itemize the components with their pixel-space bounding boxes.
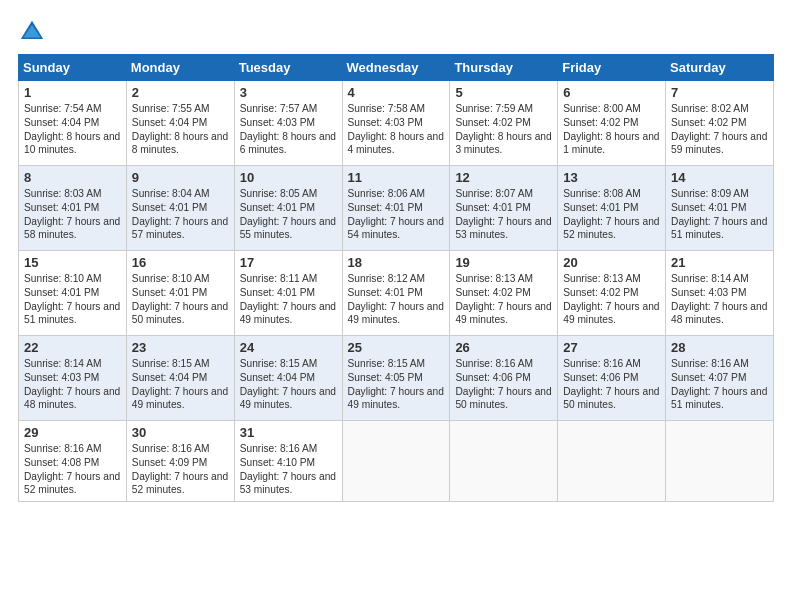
- cell-text: Sunrise: 8:16 AM Sunset: 4:09 PM Dayligh…: [132, 442, 229, 497]
- cell-text: Sunrise: 8:16 AM Sunset: 4:10 PM Dayligh…: [240, 442, 337, 497]
- day-number: 12: [455, 170, 552, 185]
- cell-text: Sunrise: 8:10 AM Sunset: 4:01 PM Dayligh…: [24, 272, 121, 327]
- calendar-cell: 3Sunrise: 7:57 AM Sunset: 4:03 PM Daylig…: [234, 81, 342, 166]
- col-header-saturday: Saturday: [666, 55, 774, 81]
- calendar-cell: 23Sunrise: 8:15 AM Sunset: 4:04 PM Dayli…: [126, 336, 234, 421]
- day-number: 18: [348, 255, 445, 270]
- calendar-cell: [558, 421, 666, 502]
- day-number: 29: [24, 425, 121, 440]
- day-number: 3: [240, 85, 337, 100]
- calendar-cell: [450, 421, 558, 502]
- calendar-cell: 2Sunrise: 7:55 AM Sunset: 4:04 PM Daylig…: [126, 81, 234, 166]
- page-container: SundayMondayTuesdayWednesdayThursdayFrid…: [0, 0, 792, 512]
- day-number: 10: [240, 170, 337, 185]
- day-number: 22: [24, 340, 121, 355]
- day-number: 14: [671, 170, 768, 185]
- day-number: 31: [240, 425, 337, 440]
- day-number: 4: [348, 85, 445, 100]
- calendar-cell: 1Sunrise: 7:54 AM Sunset: 4:04 PM Daylig…: [19, 81, 127, 166]
- col-header-monday: Monday: [126, 55, 234, 81]
- calendar-table: SundayMondayTuesdayWednesdayThursdayFrid…: [18, 54, 774, 502]
- header: [18, 18, 774, 46]
- cell-text: Sunrise: 8:11 AM Sunset: 4:01 PM Dayligh…: [240, 272, 337, 327]
- day-number: 6: [563, 85, 660, 100]
- day-number: 30: [132, 425, 229, 440]
- day-number: 26: [455, 340, 552, 355]
- col-header-friday: Friday: [558, 55, 666, 81]
- cell-text: Sunrise: 8:10 AM Sunset: 4:01 PM Dayligh…: [132, 272, 229, 327]
- cell-text: Sunrise: 8:12 AM Sunset: 4:01 PM Dayligh…: [348, 272, 445, 327]
- cell-text: Sunrise: 8:16 AM Sunset: 4:06 PM Dayligh…: [563, 357, 660, 412]
- calendar-cell: 6Sunrise: 8:00 AM Sunset: 4:02 PM Daylig…: [558, 81, 666, 166]
- col-header-wednesday: Wednesday: [342, 55, 450, 81]
- col-header-thursday: Thursday: [450, 55, 558, 81]
- day-number: 1: [24, 85, 121, 100]
- cell-text: Sunrise: 7:57 AM Sunset: 4:03 PM Dayligh…: [240, 102, 337, 157]
- day-number: 23: [132, 340, 229, 355]
- calendar-cell: 24Sunrise: 8:15 AM Sunset: 4:04 PM Dayli…: [234, 336, 342, 421]
- cell-text: Sunrise: 7:58 AM Sunset: 4:03 PM Dayligh…: [348, 102, 445, 157]
- calendar-cell: 27Sunrise: 8:16 AM Sunset: 4:06 PM Dayli…: [558, 336, 666, 421]
- day-number: 21: [671, 255, 768, 270]
- calendar-cell: 9Sunrise: 8:04 AM Sunset: 4:01 PM Daylig…: [126, 166, 234, 251]
- calendar-cell: 30Sunrise: 8:16 AM Sunset: 4:09 PM Dayli…: [126, 421, 234, 502]
- calendar-cell: 14Sunrise: 8:09 AM Sunset: 4:01 PM Dayli…: [666, 166, 774, 251]
- column-headers: SundayMondayTuesdayWednesdayThursdayFrid…: [19, 55, 774, 81]
- calendar-cell: 7Sunrise: 8:02 AM Sunset: 4:02 PM Daylig…: [666, 81, 774, 166]
- calendar-cell: 28Sunrise: 8:16 AM Sunset: 4:07 PM Dayli…: [666, 336, 774, 421]
- cell-text: Sunrise: 8:15 AM Sunset: 4:04 PM Dayligh…: [132, 357, 229, 412]
- day-number: 27: [563, 340, 660, 355]
- cell-text: Sunrise: 7:59 AM Sunset: 4:02 PM Dayligh…: [455, 102, 552, 157]
- day-number: 28: [671, 340, 768, 355]
- logo: [18, 18, 50, 46]
- cell-text: Sunrise: 8:13 AM Sunset: 4:02 PM Dayligh…: [563, 272, 660, 327]
- day-number: 24: [240, 340, 337, 355]
- logo-icon: [18, 18, 46, 46]
- calendar-cell: 29Sunrise: 8:16 AM Sunset: 4:08 PM Dayli…: [19, 421, 127, 502]
- day-number: 20: [563, 255, 660, 270]
- calendar-cell: 4Sunrise: 7:58 AM Sunset: 4:03 PM Daylig…: [342, 81, 450, 166]
- cell-text: Sunrise: 8:08 AM Sunset: 4:01 PM Dayligh…: [563, 187, 660, 242]
- calendar-cell: [666, 421, 774, 502]
- calendar-cell: 5Sunrise: 7:59 AM Sunset: 4:02 PM Daylig…: [450, 81, 558, 166]
- day-number: 2: [132, 85, 229, 100]
- cell-text: Sunrise: 8:16 AM Sunset: 4:06 PM Dayligh…: [455, 357, 552, 412]
- cell-text: Sunrise: 7:54 AM Sunset: 4:04 PM Dayligh…: [24, 102, 121, 157]
- day-number: 7: [671, 85, 768, 100]
- day-number: 25: [348, 340, 445, 355]
- day-number: 13: [563, 170, 660, 185]
- cell-text: Sunrise: 8:16 AM Sunset: 4:07 PM Dayligh…: [671, 357, 768, 412]
- cell-text: Sunrise: 8:13 AM Sunset: 4:02 PM Dayligh…: [455, 272, 552, 327]
- col-header-sunday: Sunday: [19, 55, 127, 81]
- day-number: 15: [24, 255, 121, 270]
- day-number: 16: [132, 255, 229, 270]
- cell-text: Sunrise: 8:05 AM Sunset: 4:01 PM Dayligh…: [240, 187, 337, 242]
- calendar-cell: 11Sunrise: 8:06 AM Sunset: 4:01 PM Dayli…: [342, 166, 450, 251]
- cell-text: Sunrise: 8:15 AM Sunset: 4:04 PM Dayligh…: [240, 357, 337, 412]
- cell-text: Sunrise: 8:02 AM Sunset: 4:02 PM Dayligh…: [671, 102, 768, 157]
- day-number: 17: [240, 255, 337, 270]
- cell-text: Sunrise: 8:16 AM Sunset: 4:08 PM Dayligh…: [24, 442, 121, 497]
- cell-text: Sunrise: 8:07 AM Sunset: 4:01 PM Dayligh…: [455, 187, 552, 242]
- calendar-cell: 16Sunrise: 8:10 AM Sunset: 4:01 PM Dayli…: [126, 251, 234, 336]
- cell-text: Sunrise: 7:55 AM Sunset: 4:04 PM Dayligh…: [132, 102, 229, 157]
- calendar-cell: 20Sunrise: 8:13 AM Sunset: 4:02 PM Dayli…: [558, 251, 666, 336]
- calendar-cell: 26Sunrise: 8:16 AM Sunset: 4:06 PM Dayli…: [450, 336, 558, 421]
- cell-text: Sunrise: 8:09 AM Sunset: 4:01 PM Dayligh…: [671, 187, 768, 242]
- calendar-cell: 8Sunrise: 8:03 AM Sunset: 4:01 PM Daylig…: [19, 166, 127, 251]
- cell-text: Sunrise: 8:14 AM Sunset: 4:03 PM Dayligh…: [24, 357, 121, 412]
- calendar-cell: 12Sunrise: 8:07 AM Sunset: 4:01 PM Dayli…: [450, 166, 558, 251]
- calendar-cell: 25Sunrise: 8:15 AM Sunset: 4:05 PM Dayli…: [342, 336, 450, 421]
- cell-text: Sunrise: 8:14 AM Sunset: 4:03 PM Dayligh…: [671, 272, 768, 327]
- col-header-tuesday: Tuesday: [234, 55, 342, 81]
- calendar-cell: 22Sunrise: 8:14 AM Sunset: 4:03 PM Dayli…: [19, 336, 127, 421]
- calendar-cell: 10Sunrise: 8:05 AM Sunset: 4:01 PM Dayli…: [234, 166, 342, 251]
- cell-text: Sunrise: 8:00 AM Sunset: 4:02 PM Dayligh…: [563, 102, 660, 157]
- calendar-cell: 31Sunrise: 8:16 AM Sunset: 4:10 PM Dayli…: [234, 421, 342, 502]
- calendar-cell: 19Sunrise: 8:13 AM Sunset: 4:02 PM Dayli…: [450, 251, 558, 336]
- day-number: 9: [132, 170, 229, 185]
- calendar-cell: [342, 421, 450, 502]
- day-number: 5: [455, 85, 552, 100]
- calendar-cell: 21Sunrise: 8:14 AM Sunset: 4:03 PM Dayli…: [666, 251, 774, 336]
- calendar-cell: 15Sunrise: 8:10 AM Sunset: 4:01 PM Dayli…: [19, 251, 127, 336]
